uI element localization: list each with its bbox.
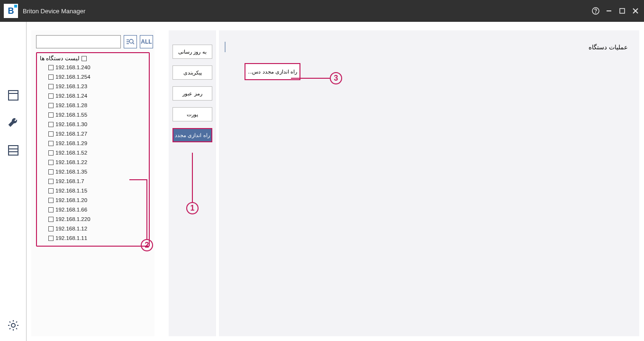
device-checkbox[interactable] bbox=[48, 103, 54, 108]
annotation-connector bbox=[192, 153, 193, 203]
device-tree-header: لیست دستگاه ها bbox=[40, 55, 80, 62]
device-ip: 192.168.1.52 bbox=[55, 150, 87, 156]
device-checkbox[interactable] bbox=[48, 93, 54, 99]
device-item[interactable]: 192.168.1.35 bbox=[48, 167, 146, 176]
device-ip: 192.168.1.220 bbox=[55, 216, 91, 222]
title-marker bbox=[225, 42, 226, 52]
maximize-icon[interactable] bbox=[617, 6, 627, 16]
svg-point-11 bbox=[11, 323, 15, 327]
device-item[interactable]: 192.168.1.11 bbox=[48, 233, 146, 243]
device-item[interactable]: 192.168.1.15 bbox=[48, 186, 146, 195]
select-all-checkbox[interactable] bbox=[82, 56, 87, 61]
device-item[interactable]: 192.168.1.29 bbox=[48, 138, 146, 148]
svg-line-16 bbox=[133, 43, 134, 44]
device-checkbox[interactable] bbox=[48, 188, 54, 194]
device-ip: 192.168.1.12 bbox=[55, 226, 87, 231]
device-checkbox[interactable] bbox=[48, 65, 54, 70]
device-checkbox[interactable] bbox=[48, 179, 54, 184]
device-item[interactable]: 192.168.1.254 bbox=[48, 72, 146, 82]
device-checkbox[interactable] bbox=[48, 207, 54, 212]
password-button[interactable]: رمز عبور bbox=[172, 86, 212, 101]
svg-rect-6 bbox=[9, 91, 18, 100]
main-title: عملیات دستگاه bbox=[238, 44, 630, 51]
device-checkbox[interactable] bbox=[48, 84, 54, 89]
search-button[interactable] bbox=[124, 35, 137, 48]
device-ip: 192.168.1.66 bbox=[55, 207, 87, 212]
device-checkbox[interactable] bbox=[48, 217, 54, 222]
device-item[interactable]: 192.168.1.66 bbox=[48, 205, 146, 214]
annotation-three: 3 bbox=[330, 72, 342, 84]
nav-window-icon[interactable] bbox=[6, 88, 20, 102]
device-item[interactable]: 192.168.1.23 bbox=[48, 82, 146, 91]
device-item[interactable]: 192.168.1.52 bbox=[48, 148, 146, 157]
device-checkbox[interactable] bbox=[48, 122, 54, 127]
device-checkbox[interactable] bbox=[48, 236, 54, 241]
device-checkbox[interactable] bbox=[48, 160, 54, 165]
device-item[interactable]: 192.168.1.20 bbox=[48, 195, 146, 205]
device-item[interactable]: 192.168.1.12 bbox=[48, 224, 146, 233]
svg-rect-3 bbox=[620, 9, 625, 13]
svg-point-1 bbox=[595, 12, 596, 13]
device-ip: 192.168.1.254 bbox=[55, 74, 91, 80]
device-ip: 192.168.1.15 bbox=[55, 188, 87, 194]
titlebar: B Briton Device Manager bbox=[0, 0, 644, 22]
device-checkbox[interactable] bbox=[48, 226, 54, 231]
device-ip: 192.168.1.23 bbox=[55, 83, 87, 89]
device-item[interactable]: 192.168.1.28 bbox=[48, 101, 146, 110]
nav-rail bbox=[0, 22, 27, 341]
nav-list-icon[interactable] bbox=[6, 143, 20, 157]
device-item[interactable]: 192.168.1.240 bbox=[48, 63, 146, 72]
device-ip: 192.168.1.20 bbox=[55, 197, 87, 203]
device-checkbox[interactable] bbox=[48, 169, 54, 175]
device-ip: 192.168.1.30 bbox=[55, 121, 87, 127]
minimize-icon[interactable] bbox=[604, 6, 614, 16]
device-item[interactable]: 192.168.1.22 bbox=[48, 157, 146, 167]
nav-wrench-icon[interactable] bbox=[6, 116, 20, 130]
device-checkbox[interactable] bbox=[48, 131, 54, 137]
device-tree: لیست دستگاه ها 192.168.1.240192.168.1.25… bbox=[36, 52, 150, 247]
config-button[interactable]: پیکربندی bbox=[172, 65, 212, 80]
device-checkbox[interactable] bbox=[48, 112, 54, 118]
app-title: Briton Device Manager bbox=[23, 8, 85, 15]
annotation-one: 1 bbox=[186, 202, 199, 214]
device-item[interactable]: 192.168.1.30 bbox=[48, 120, 146, 129]
device-ip: 192.168.1.22 bbox=[55, 159, 87, 165]
port-button[interactable]: پورت bbox=[172, 107, 212, 121]
device-ip: 192.168.1.11 bbox=[55, 235, 87, 241]
search-input[interactable] bbox=[36, 35, 121, 48]
app-logo: B bbox=[4, 4, 18, 18]
device-item[interactable]: 192.168.1.27 bbox=[48, 129, 146, 138]
device-item[interactable]: 192.168.1.7 bbox=[48, 176, 146, 186]
device-checkbox[interactable] bbox=[48, 141, 54, 146]
restart-device-button[interactable]: راه اندازی مجدد دس... bbox=[245, 63, 300, 80]
restart-button[interactable]: راه اندازی مجدد bbox=[172, 128, 212, 142]
device-checkbox[interactable] bbox=[48, 198, 54, 203]
device-ip: 192.168.1.35 bbox=[55, 169, 87, 175]
device-ip: 192.168.1.240 bbox=[55, 65, 91, 70]
device-ip: 192.168.1.7 bbox=[55, 178, 84, 184]
device-item[interactable]: 192.168.1.24 bbox=[48, 91, 146, 101]
action-column: به روز رسانی پیکربندی رمز عبور پورت راه … bbox=[169, 30, 216, 336]
device-panel: ALL لیست دستگاه ها 192.168.1.240192.168.… bbox=[31, 30, 154, 336]
device-item[interactable]: 192.168.1.55 bbox=[48, 110, 146, 120]
device-ip: 192.168.1.28 bbox=[55, 102, 87, 108]
svg-point-15 bbox=[129, 39, 133, 43]
all-button[interactable]: ALL bbox=[140, 35, 153, 48]
device-item[interactable]: 192.168.1.220 bbox=[48, 214, 146, 224]
device-ip: 192.168.1.24 bbox=[55, 93, 87, 99]
device-ip: 192.168.1.27 bbox=[55, 131, 87, 137]
device-ip: 192.168.1.29 bbox=[55, 140, 87, 146]
device-checkbox[interactable] bbox=[48, 150, 54, 156]
device-ip: 192.168.1.55 bbox=[55, 112, 87, 118]
main-panel: عملیات دستگاه راه اندازی مجدد دس... 3 bbox=[219, 30, 639, 336]
svg-rect-8 bbox=[9, 146, 18, 155]
update-button[interactable]: به روز رسانی bbox=[172, 45, 212, 59]
settings-icon[interactable] bbox=[6, 318, 20, 332]
help-icon[interactable] bbox=[591, 6, 600, 16]
close-icon[interactable] bbox=[631, 6, 640, 16]
device-checkbox[interactable] bbox=[48, 74, 54, 80]
